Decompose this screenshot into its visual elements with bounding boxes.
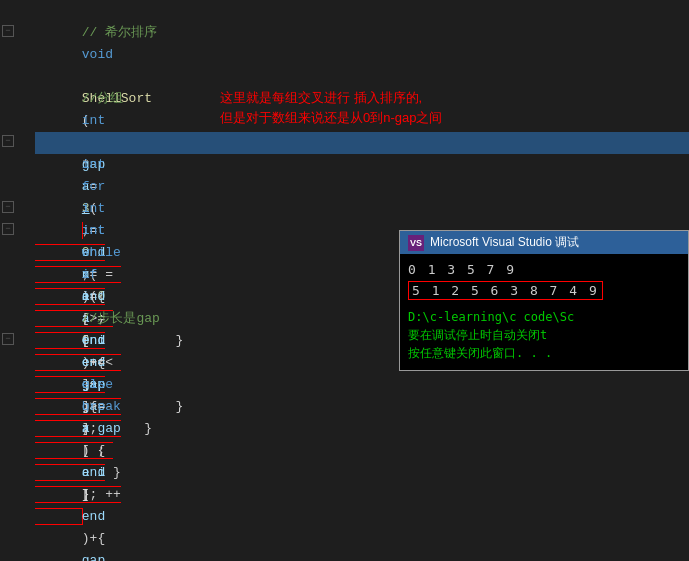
code-line-4: int gap = 3 ;	[35, 66, 689, 88]
vs-popup-body: 0 1 3 5 7 9 5 1 2 5 6 3 8 7 4 9 D:\c-lea…	[400, 254, 688, 370]
gutter-line-9	[0, 176, 35, 198]
fold-btn-7[interactable]: −	[2, 135, 14, 147]
code-line-18: }	[35, 374, 689, 396]
fold-btn-11[interactable]: −	[2, 223, 14, 235]
annotation-text: 这里就是每组交叉进行 插入排序的, 但是对于数组来说还是从0到n-gap之间	[220, 88, 442, 128]
gutter-line-5	[0, 88, 35, 110]
vs-icon: VS	[408, 235, 424, 251]
vs-path-line3: 按任意键关闭此窗口. . .	[408, 344, 680, 362]
code-line-19: }	[35, 396, 689, 418]
code-line-9: int x = a [ end + gap ];	[35, 176, 689, 198]
var-end-20: end	[82, 509, 105, 524]
gutter-line-21	[0, 440, 35, 462]
code-line-20: a [ end + gap ] = x ;	[35, 418, 689, 440]
gutter-line-8	[0, 154, 35, 176]
code-line-1: // 希尔排序	[35, 0, 689, 22]
gutter-line-3	[0, 44, 35, 66]
gutter-line-20	[0, 418, 35, 440]
annotation-line1: 这里就是每组交叉进行 插入排序的,	[220, 88, 442, 108]
vs-path-line1: D:\c-learning\c code\Sc	[408, 308, 680, 326]
annotation-line2: 但是对于数组来说还是从0到n-gap之间	[220, 108, 442, 128]
code-line-22: }	[35, 462, 689, 484]
vs-output-row2-boxed: 5 1 2 5 6 3 8 7 4 9	[408, 281, 603, 300]
vs-popup-path: D:\c-learning\c code\Sc 要在调试停止时自动关闭t 按任意…	[408, 308, 680, 362]
gutter-line-17	[0, 352, 35, 374]
fold-btn-16[interactable]: −	[2, 333, 14, 345]
vs-path-line2: 要在调试停止时自动关闭t	[408, 326, 680, 344]
gutter-line-22	[0, 462, 35, 484]
code-line-7: for ( i = 0 ; i < n - gap ; i ++ ) {	[35, 132, 689, 154]
code-line-8: int end = i ;	[35, 154, 689, 176]
gutter-line-12	[0, 242, 35, 264]
gutter-line-16: −	[0, 330, 35, 352]
gutter-line-19	[0, 396, 35, 418]
fold-btn-2[interactable]: −	[2, 25, 14, 37]
plus-20: +	[82, 531, 105, 546]
gutter-line-6	[0, 110, 35, 132]
gutter-line-13	[0, 264, 35, 286]
editor-area: − − − − −	[0, 0, 689, 561]
vs-popup: VS Microsoft Visual Studio 调试 0 1 3 5 7 …	[399, 230, 689, 371]
vs-popup-title-bar: VS Microsoft Visual Studio 调试	[400, 231, 688, 254]
inc: ++	[97, 487, 120, 502]
code-line-3: //分组	[35, 44, 689, 66]
gutter-line-1	[0, 0, 35, 22]
brace-end: }	[82, 487, 90, 502]
code-line-2: void ShellSort ( int * a , int n ) {	[35, 22, 689, 44]
fold-btn-10[interactable]: −	[2, 201, 14, 213]
gutter-line-15	[0, 308, 35, 330]
code-line-21: }	[35, 440, 689, 462]
gutter-line-14	[0, 286, 35, 308]
gutter-line-10: −	[0, 198, 35, 220]
var-gap-20: gap	[82, 553, 105, 561]
gutter: − − − − −	[0, 0, 35, 561]
gutter-line-4	[0, 66, 35, 88]
gutter-line-2: −	[0, 22, 35, 44]
gutter-line-7: −	[0, 132, 35, 154]
gutter-line-11: −	[0, 220, 35, 242]
code-line-10: while ( end >= 0 ) {	[35, 198, 689, 220]
vs-popup-title-text: Microsoft Visual Studio 调试	[430, 234, 579, 251]
vs-output-row1: 0 1 3 5 7 9	[408, 262, 680, 277]
gutter-line-18	[0, 374, 35, 396]
